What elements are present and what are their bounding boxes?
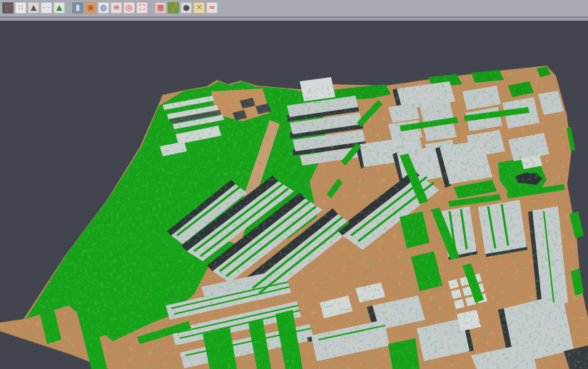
toolbar-separator-light (0, 18, 588, 21)
globe-icon[interactable]: ◍ (98, 2, 109, 14)
sparse-points-icon[interactable]: ⋯ (41, 2, 52, 14)
classify-points-icon[interactable]: ∷ (15, 2, 26, 14)
crop-frame-icon[interactable]: ⛶ (136, 2, 148, 14)
classified-map-icon[interactable]: ▞ (168, 2, 179, 14)
flag-bars-icon[interactable]: ≂ (206, 2, 218, 14)
red-grid-icon[interactable]: ▦ (155, 2, 166, 14)
ortho-tile-icon[interactable]: ▣ (85, 2, 96, 14)
dark-sphere-icon[interactable]: ● (181, 2, 192, 14)
application-window: ▦∷▲⋯▲▮▣◍≡◎⛶▦▞●✕≂ (0, 0, 588, 369)
target-circle-icon[interactable]: ◎ (123, 2, 135, 14)
terrain-mountain-icon[interactable]: ▲ (28, 2, 39, 14)
stack-list-icon[interactable]: ≡ (111, 2, 122, 14)
measure-cross-icon[interactable]: ✕ (193, 2, 205, 14)
main-toolbar: ▦∷▲⋯▲▮▣◍≡◎⛶▦▞●✕≂ (0, 0, 588, 16)
viewport-3d[interactable] (0, 0, 588, 369)
open-cloud-icon[interactable]: ▦ (2, 2, 14, 14)
vegetation-hill-icon[interactable]: ▲ (54, 2, 65, 14)
profile-view-icon[interactable]: ▮ (72, 2, 83, 14)
